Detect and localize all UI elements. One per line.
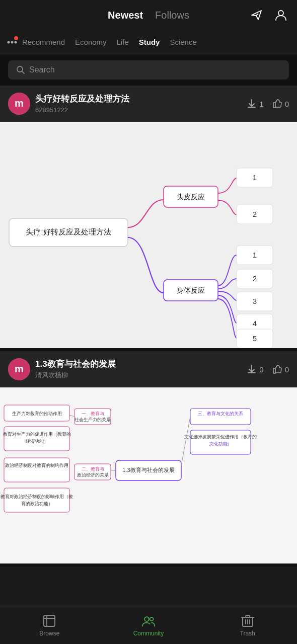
post2-author: 清风吹杨柳 — [35, 371, 246, 380]
svg-text:社会生产力的关系: 社会生产力的关系 — [75, 417, 111, 422]
bottom-spacer — [0, 567, 297, 605]
svg-text:经济功能）: 经济功能） — [26, 439, 48, 444]
header-icons — [249, 7, 289, 23]
bottom-nav: Browse Community Trash — [0, 606, 297, 644]
svg-text:一、教育与: 一、教育与 — [82, 411, 104, 416]
svg-text:1: 1 — [253, 173, 257, 182]
post2-like-btn[interactable]: 0 — [272, 364, 289, 375]
user-icon[interactable] — [273, 7, 289, 23]
svg-point-70 — [150, 617, 154, 621]
like-icon-2 — [272, 364, 283, 375]
post2-meta: 1.3教育与社会的发展 清风吹杨柳 — [35, 359, 246, 380]
svg-rect-66 — [44, 615, 55, 626]
cat-life[interactable]: Life — [117, 38, 129, 46]
svg-text:二、教育与: 二、教育与 — [82, 466, 104, 471]
browse-icon — [42, 614, 56, 628]
post2-like-count: 0 — [285, 365, 289, 374]
mindmap-overlay: 头疗:好转反应及处理方法 头皮反应 身体反应 1 2 1 — [0, 122, 297, 348]
svg-text:1.3教育与社会的发展: 1.3教育与社会的发展 — [122, 467, 174, 473]
send-icon[interactable] — [249, 7, 265, 23]
nav-community-label: Community — [133, 630, 164, 637]
tab-follows[interactable]: Follows — [155, 10, 189, 21]
svg-text:m: m — [15, 98, 24, 109]
post2-mindmap: 生产力对教育的推动作用 教育对生产力的促进作用（教育的 经济功能） 政治经济制度… — [0, 387, 297, 564]
svg-text:育的政治功能）: 育的政治功能） — [21, 501, 53, 506]
post1-download-count: 1 — [259, 100, 263, 108]
svg-text:政治经济制度对教育的制约作用: 政治经济制度对教育的制约作用 — [5, 463, 68, 468]
post2-download-btn[interactable]: 0 — [246, 364, 263, 375]
svg-text:文化功能）: 文化功能） — [209, 441, 232, 446]
svg-text:三、教育与文化的关系: 三、教育与文化的关系 — [198, 411, 243, 416]
post2-title[interactable]: 1.3教育与社会的发展 — [35, 359, 246, 370]
trash-icon — [241, 614, 255, 628]
svg-rect-45 — [4, 458, 69, 482]
download-icon-2 — [246, 364, 257, 375]
svg-text:生产力对教育的推动作用: 生产力对教育的推动作用 — [12, 411, 62, 416]
post2-actions: 0 0 — [246, 364, 289, 375]
download-icon — [246, 98, 257, 109]
post1-like-btn[interactable]: 0 — [272, 98, 289, 109]
search-placeholder: Search — [29, 65, 55, 74]
post1-header: m 头疗好转反应及处理方法 628951222 1 0 — [0, 86, 297, 122]
svg-text:2: 2 — [253, 210, 257, 218]
svg-point-0 — [278, 11, 283, 16]
post1-meta: 头疗好转反应及处理方法 628951222 — [35, 94, 246, 113]
post1-title[interactable]: 头疗好转反应及处理方法 — [35, 94, 246, 105]
cat-science[interactable]: Science — [170, 38, 196, 46]
svg-text:2: 2 — [253, 274, 257, 283]
svg-text:教育对生产力的促进作用（教育的: 教育对生产力的促进作用（教育的 — [3, 432, 71, 437]
post-card-1: m 头疗好转反应及处理方法 628951222 1 0 — [0, 86, 297, 351]
svg-text:5: 5 — [253, 334, 257, 343]
svg-text:头皮反应: 头皮反应 — [177, 193, 205, 201]
category-bar: Recommend Economy Life Study Science — [0, 30, 297, 54]
notification-dot — [14, 36, 18, 40]
post1-actions: 1 0 — [246, 98, 289, 109]
svg-text:1: 1 — [253, 251, 257, 259]
search-bar: Search — [0, 54, 297, 86]
post2-download-count: 0 — [259, 365, 263, 374]
post1-like-count: 0 — [285, 100, 289, 108]
header-tabs: Newest Follows — [108, 10, 189, 21]
svg-point-3 — [15, 41, 17, 43]
post-card-2: m 1.3教育与社会的发展 清风吹杨柳 0 0 — [0, 351, 297, 567]
nav-trash[interactable]: Trash — [198, 614, 297, 637]
svg-text:政治经济的关系: 政治经济的关系 — [77, 472, 109, 477]
post1-avatar: m — [8, 93, 30, 115]
svg-point-4 — [17, 66, 23, 72]
more-icon[interactable] — [4, 34, 20, 50]
search-input-wrapper[interactable]: Search — [8, 60, 289, 79]
svg-point-69 — [144, 617, 149, 621]
tab-newest[interactable]: Newest — [108, 10, 143, 21]
cat-recommend[interactable]: Recommend — [22, 38, 65, 46]
post1-download-btn[interactable]: 1 — [246, 98, 263, 109]
cat-study[interactable]: Study — [139, 38, 160, 46]
post1-author: 628951222 — [35, 106, 246, 114]
nav-trash-label: Trash — [240, 630, 255, 637]
search-icon — [16, 65, 25, 74]
category-tabs: Recommend Economy Life Study Science — [22, 38, 197, 46]
post2-avatar: m — [8, 358, 30, 380]
like-icon — [272, 98, 283, 109]
community-icon — [141, 614, 156, 628]
mindmap-area: 头疗:好转反应及处理方法 头皮反应 身体反应 1 2 1 2 — [0, 122, 297, 348]
svg-text:头疗:好转反应及处理方法: 头疗:好转反应及处理方法 — [26, 228, 111, 236]
svg-text:4: 4 — [253, 319, 257, 328]
svg-rect-47 — [4, 488, 69, 512]
nav-browse[interactable]: Browse — [0, 614, 99, 637]
cat-economy[interactable]: Economy — [75, 38, 107, 46]
post2-header: m 1.3教育与社会的发展 清风吹杨柳 0 0 — [0, 351, 297, 387]
nav-browse-label: Browse — [39, 630, 59, 637]
svg-point-2 — [11, 41, 14, 43]
nav-community[interactable]: Community — [99, 614, 198, 637]
svg-text:3: 3 — [253, 297, 257, 305]
svg-text:教育对政治经济制度的影响作用（教: 教育对政治经济制度的影响作用（教 — [1, 494, 73, 499]
svg-text:文化选择发展繁荣促进作用（教育的: 文化选择发展繁荣促进作用（教育的 — [184, 434, 257, 439]
svg-point-1 — [8, 41, 10, 43]
header: Newest Follows — [0, 0, 297, 30]
svg-text:m: m — [15, 363, 24, 374]
svg-text:身体反应: 身体反应 — [177, 286, 205, 294]
post2-image: 生产力对教育的推动作用 教育对生产力的促进作用（教育的 经济功能） 政治经济制度… — [0, 387, 297, 564]
